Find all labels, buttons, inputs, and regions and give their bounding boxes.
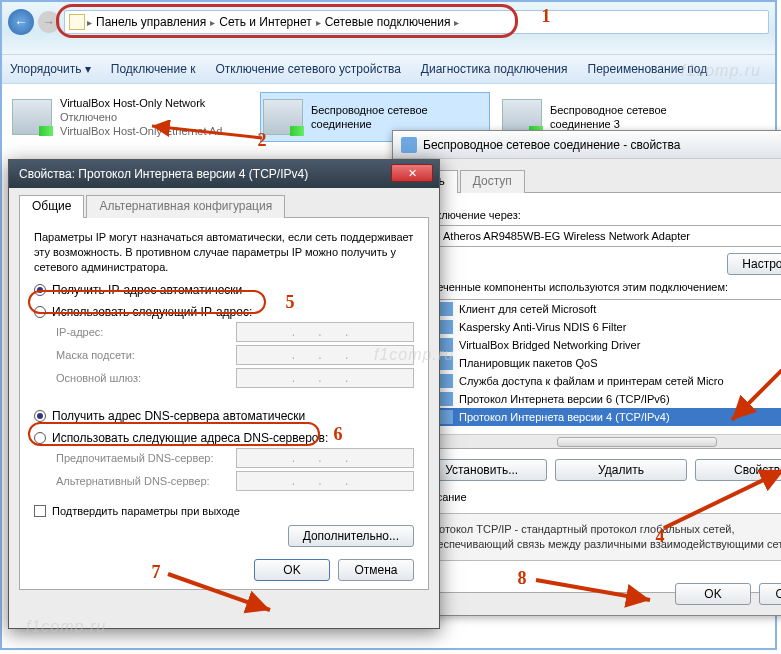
dns-alternate-input: . . .: [236, 471, 414, 491]
window-title: Свойства: Протокол Интернета версии 4 (T…: [19, 167, 308, 181]
connection-device: VirtualBox Host-Only Ethernet Ad...: [60, 124, 232, 138]
connect-via-label: Подключение через:: [416, 209, 781, 221]
radio-icon: [34, 410, 46, 422]
list-item[interactable]: ✓VirtualBox Bridged Networking Driver: [417, 336, 781, 354]
cancel-button[interactable]: Отмена: [759, 583, 781, 605]
diagnose-menu[interactable]: Диагностика подключения: [421, 62, 568, 76]
cancel-button[interactable]: Отмена: [338, 559, 414, 581]
chevron-right-icon: ▸: [210, 17, 215, 28]
toolbar: Упорядочить ▾ Подключение к Отключение с…: [2, 54, 775, 84]
dns-preferred-label: Предпочитаемый DNS-сервер:: [56, 452, 236, 464]
radio-ip-manual[interactable]: Использовать следующий IP-адрес:: [34, 305, 414, 319]
checkbox-icon: [34, 505, 46, 517]
breadcrumb-item[interactable]: Сеть и Интернет: [217, 15, 313, 29]
chevron-right-icon: ▸: [87, 17, 92, 28]
components-list[interactable]: ✓Клиент для сетей Microsoft ✓Kaspersky A…: [416, 299, 781, 449]
connection-status: Отключено: [60, 110, 232, 124]
list-item[interactable]: ✓Клиент для сетей Microsoft: [417, 300, 781, 318]
info-paragraph: Параметры IP могут назначаться автоматич…: [34, 230, 414, 275]
configure-button[interactable]: Настроить...: [727, 253, 781, 275]
radio-icon: [34, 284, 46, 296]
chevron-right-icon: ▸: [316, 17, 321, 28]
ok-button[interactable]: OK: [254, 559, 330, 581]
network-icon: [401, 137, 417, 153]
watermark: f1comp.ru: [26, 618, 106, 636]
radio-dns-manual[interactable]: Использовать следующие адреса DNS-сервер…: [34, 431, 414, 445]
list-item[interactable]: ✓Протокол Интернета версии 6 (TCP/IPv6): [417, 390, 781, 408]
breadcrumb[interactable]: ▸ Панель управления ▸ Сеть и Интернет ▸ …: [64, 10, 769, 34]
adapter-field: Atheros AR9485WB-EG Wireless Network Ada…: [416, 225, 781, 247]
dns-preferred-input: . . .: [236, 448, 414, 468]
watermark: f1comp.ru: [374, 346, 454, 364]
connection-name: Беспроводное сетевое: [550, 103, 667, 117]
list-item[interactable]: ✓Планировщик пакетов QoS: [417, 354, 781, 372]
properties-button[interactable]: Свойства: [695, 459, 781, 481]
subnet-mask-label: Маска подсети:: [56, 349, 236, 361]
connect-to-menu[interactable]: Подключение к: [111, 62, 196, 76]
chevron-right-icon: ▸: [454, 17, 459, 28]
gateway-input: . . .: [236, 368, 414, 388]
tab-access[interactable]: Доступ: [460, 170, 525, 193]
list-item[interactable]: ✓Служба доступа к файлам и принтерам сет…: [417, 372, 781, 390]
description-header: Описание: [416, 491, 781, 503]
organize-menu[interactable]: Упорядочить ▾: [10, 62, 91, 76]
ip-address-input: . . .: [236, 322, 414, 342]
description-text: Протокол TCP/IP - стандартный протокол г…: [416, 513, 781, 561]
breadcrumb-item[interactable]: Сетевые подключения: [323, 15, 453, 29]
adapter-name: Atheros AR9485WB-EG Wireless Network Ada…: [443, 230, 690, 242]
nav-forward-button[interactable]: →: [38, 11, 60, 33]
components-label: Отмеченные компоненты используются этим …: [416, 281, 781, 293]
component-icon: [439, 302, 453, 316]
list-item[interactable]: ✓Kaspersky Anti-Virus NDIS 6 Filter: [417, 318, 781, 336]
control-panel-icon: [69, 14, 85, 30]
advanced-button[interactable]: Дополнительно...: [288, 525, 414, 547]
remove-button[interactable]: Удалить: [555, 459, 686, 481]
list-item-selected[interactable]: ✓Протокол Интернета версии 4 (TCP/IPv4): [417, 408, 781, 426]
network-adapter-icon: [12, 99, 52, 135]
connection-name: Беспроводное сетевое: [311, 103, 428, 117]
confirm-on-exit-checkbox[interactable]: Подтвердить параметры при выходе: [34, 505, 414, 517]
horizontal-scrollbar[interactable]: [417, 434, 781, 448]
radio-icon: [34, 432, 46, 444]
connection-item[interactable]: VirtualBox Host-Only Network Отключено V…: [10, 92, 250, 142]
radio-ip-auto[interactable]: Получить IP-адрес автоматически: [34, 283, 414, 297]
disable-device-menu[interactable]: Отключение сетевого устройства: [215, 62, 400, 76]
component-icon: [439, 320, 453, 334]
scrollbar-thumb[interactable]: [557, 437, 717, 447]
component-icon: [439, 410, 453, 424]
gateway-label: Основной шлюз:: [56, 372, 236, 384]
radio-dns-auto[interactable]: Получить адрес DNS-сервера автоматически: [34, 409, 414, 423]
component-icon: [439, 392, 453, 406]
component-icon: [439, 374, 453, 388]
connection-properties-window: Беспроводное сетевое соединение - свойст…: [392, 130, 781, 616]
window-title: Беспроводное сетевое соединение - свойст…: [423, 138, 681, 152]
close-button[interactable]: ✕: [391, 164, 433, 182]
tab-alternate[interactable]: Альтернативная конфигурация: [86, 195, 285, 218]
ok-button[interactable]: OK: [675, 583, 751, 605]
wireless-adapter-icon: [263, 99, 303, 135]
dns-alternate-label: Альтернативный DNS-сервер:: [56, 475, 236, 487]
connection-name: VirtualBox Host-Only Network: [60, 96, 232, 110]
watermark: f1comp.ru: [681, 62, 761, 80]
tab-general[interactable]: Общие: [19, 195, 84, 218]
radio-icon: [34, 306, 46, 318]
breadcrumb-item[interactable]: Панель управления: [94, 15, 208, 29]
ip-address-label: IP-адрес:: [56, 326, 236, 338]
nav-back-button[interactable]: ←: [8, 9, 34, 35]
ipv4-properties-window: Свойства: Протокол Интернета версии 4 (T…: [8, 159, 440, 629]
